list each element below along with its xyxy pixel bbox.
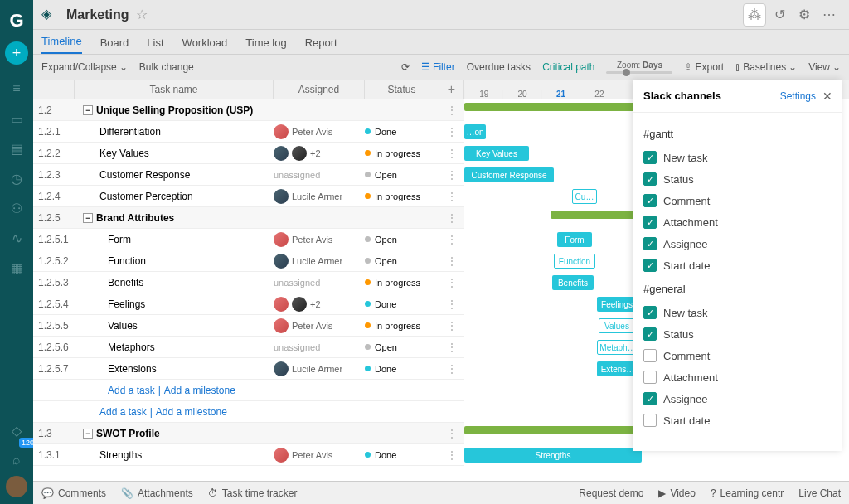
- row-menu-icon[interactable]: ⋮: [439, 191, 464, 202]
- checkbox[interactable]: [643, 371, 657, 384]
- task-row[interactable]: 1.2.3Customer ResponseunassignedOpen⋮: [33, 164, 464, 186]
- tab-workload[interactable]: Workload: [182, 36, 228, 54]
- refresh-icon[interactable]: ⟳: [401, 61, 410, 73]
- bulk-change-button[interactable]: Bulk change: [139, 61, 194, 73]
- checkbox[interactable]: ✓: [643, 172, 657, 186]
- checkbox[interactable]: ✓: [643, 151, 657, 164]
- task-row[interactable]: 1.2.5.7ExtensionsLucile ArmerDone⋮: [33, 358, 464, 380]
- gantt-bar[interactable]: Cu…: [572, 189, 597, 204]
- gantt-bar[interactable]: Values: [599, 318, 635, 333]
- clock-icon[interactable]: ◷: [0, 164, 33, 192]
- task-row[interactable]: 1.3.1StrengthsPeter AvisDone⋮: [33, 444, 464, 466]
- slack-option[interactable]: ✓Status: [643, 168, 832, 190]
- star-icon[interactable]: ☆: [136, 7, 148, 22]
- learning-button[interactable]: ? Learning centr: [711, 487, 784, 499]
- tab-timeline[interactable]: Timeline: [41, 35, 82, 54]
- slack-option[interactable]: ✓Attachment: [643, 211, 832, 233]
- gantt-bar[interactable]: Metaph…: [597, 340, 638, 355]
- task-row[interactable]: 1.2.5.2FunctionLucile ArmerOpen⋮: [33, 250, 464, 272]
- gantt-bar[interactable]: Feelings: [597, 297, 637, 312]
- folder-icon[interactable]: ▭: [0, 104, 33, 133]
- more-icon[interactable]: ⋯: [817, 3, 841, 27]
- export-button[interactable]: ⇪ Export: [684, 61, 724, 73]
- apps-icon[interactable]: ▦: [0, 254, 33, 282]
- row-menu-icon[interactable]: ⋮: [439, 428, 464, 439]
- filter-button[interactable]: ☰ Filter: [421, 61, 455, 73]
- tab-list[interactable]: List: [147, 36, 163, 54]
- collapse-icon[interactable]: −: [83, 213, 93, 223]
- gantt-bar[interactable]: Customer Response: [464, 167, 554, 182]
- checkbox[interactable]: ✓: [643, 237, 657, 250]
- slack-option[interactable]: ✓Assignee: [643, 388, 832, 410]
- history-icon[interactable]: ↺: [768, 3, 791, 27]
- video-button[interactable]: ▶ Video: [658, 487, 695, 499]
- slack-option[interactable]: ✓Start date: [643, 254, 832, 276]
- analytics-icon[interactable]: ∿: [0, 224, 33, 252]
- task-row[interactable]: 1.2.4Customer PerceptionLucile ArmerIn p…: [33, 186, 464, 207]
- gantt-bar[interactable]: Extens…: [597, 361, 638, 376]
- row-menu-icon[interactable]: ⋮: [439, 342, 464, 353]
- row-menu-icon[interactable]: ⋮: [439, 298, 464, 310]
- row-menu-icon[interactable]: ⋮: [439, 148, 464, 159]
- row-menu-icon[interactable]: ⋮: [439, 126, 464, 138]
- task-row[interactable]: 1.2.5.6MetaphorsunassignedOpen⋮: [33, 337, 464, 358]
- task-row[interactable]: 1.2− Unique Selling Proposition (USP)⋮: [33, 99, 464, 121]
- add-milestone-link[interactable]: Add a milestone: [156, 406, 227, 418]
- collapse-icon[interactable]: −: [83, 105, 93, 115]
- tab-time-log[interactable]: Time log: [245, 36, 286, 54]
- notes-icon[interactable]: ▤: [0, 134, 33, 162]
- row-menu-icon[interactable]: ⋮: [439, 277, 464, 288]
- checkbox[interactable]: [643, 414, 657, 427]
- view-button[interactable]: View ⌄: [808, 61, 841, 73]
- request-demo-button[interactable]: Request demo: [579, 487, 643, 499]
- zoom-control[interactable]: Zoom: Days: [606, 61, 672, 74]
- add-task-link[interactable]: Add a task: [99, 406, 147, 418]
- task-row[interactable]: Add a task | Add a milestone: [33, 380, 464, 401]
- add-column-button[interactable]: +: [439, 80, 464, 99]
- overdue-button[interactable]: Overdue tasks: [467, 61, 531, 73]
- slack-option[interactable]: ✓Assignee: [643, 233, 832, 254]
- slack-option[interactable]: Comment: [643, 345, 832, 366]
- task-row[interactable]: 1.3− SWOT Profile⋮: [33, 423, 464, 444]
- checkbox[interactable]: ✓: [643, 327, 657, 341]
- time-tracker-button[interactable]: ⏱ Task time tracker: [208, 487, 298, 499]
- baselines-button[interactable]: ⫿ Baselines ⌄: [735, 61, 797, 73]
- search-icon[interactable]: ⌕: [0, 446, 33, 474]
- user-avatar[interactable]: [6, 476, 27, 497]
- add-milestone-link[interactable]: Add a milestone: [164, 385, 235, 396]
- task-row[interactable]: 1.2.2Key Values+2In progress⋮: [33, 143, 464, 164]
- row-menu-icon[interactable]: ⋮: [439, 320, 464, 332]
- add-button[interactable]: +: [5, 41, 28, 65]
- notifications-icon[interactable]: ◇120: [0, 416, 33, 444]
- slack-option[interactable]: Attachment: [643, 366, 832, 388]
- slack-option[interactable]: ✓New task: [643, 302, 832, 323]
- comments-button[interactable]: 💬 Comments: [41, 487, 106, 499]
- row-menu-icon[interactable]: ⋮: [439, 255, 464, 267]
- task-row[interactable]: Add a task | Add a milestone: [33, 401, 464, 423]
- row-menu-icon[interactable]: ⋮: [439, 169, 464, 181]
- tab-board[interactable]: Board: [100, 36, 129, 54]
- task-row[interactable]: 1.2.5.5ValuesPeter AvisIn progress⋮: [33, 315, 464, 337]
- slack-option[interactable]: ✓Status: [643, 323, 832, 345]
- add-task-link[interactable]: Add a task: [108, 385, 155, 396]
- checkbox[interactable]: ✓: [643, 216, 657, 229]
- gantt-bar[interactable]: Form: [557, 232, 592, 247]
- task-row[interactable]: 1.2.5.4Feelings+2Done⋮: [33, 293, 464, 315]
- gantt-bar[interactable]: Benefits: [552, 275, 594, 290]
- checkbox[interactable]: ✓: [643, 259, 657, 272]
- task-row[interactable]: 1.2.5.1FormPeter AvisOpen⋮: [33, 229, 464, 250]
- collapse-icon[interactable]: −: [83, 429, 93, 439]
- attachments-button[interactable]: 📎 Attachments: [121, 487, 193, 499]
- slack-settings-link[interactable]: Settings: [780, 90, 816, 102]
- gantt-bar[interactable]: …on: [464, 124, 486, 139]
- people-icon[interactable]: ⚇: [0, 194, 33, 222]
- menu-icon[interactable]: ≡: [0, 75, 33, 103]
- checkbox[interactable]: ✓: [643, 306, 657, 319]
- close-icon[interactable]: ✕: [822, 90, 832, 103]
- task-row[interactable]: 1.2.1DifferentiationPeter AvisDone⋮: [33, 121, 464, 143]
- slack-icon[interactable]: ⁂: [743, 3, 766, 27]
- row-menu-icon[interactable]: ⋮: [439, 234, 464, 245]
- task-row[interactable]: 1.2.5.3BenefitsunassignedIn progress⋮: [33, 272, 464, 293]
- row-menu-icon[interactable]: ⋮: [439, 449, 464, 461]
- row-menu-icon[interactable]: ⋮: [439, 104, 464, 116]
